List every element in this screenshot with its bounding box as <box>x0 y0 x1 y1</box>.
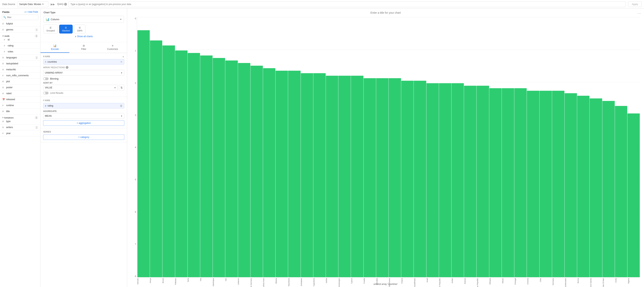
bar-3[interactable] <box>175 50 188 277</box>
bar-12[interactable] <box>288 71 300 277</box>
bar-37[interactable] <box>602 101 615 277</box>
x-axis-title: unwind array 'countries' <box>127 283 644 286</box>
field-item-id[interactable]: #id <box>0 38 40 42</box>
bar-36[interactable] <box>590 98 602 277</box>
bar-2[interactable] <box>162 46 175 277</box>
field-item-rated[interactable]: Arated <box>0 91 40 96</box>
bar-25[interactable] <box>452 83 464 277</box>
sort-direction-button[interactable]: ⇅ <box>119 85 124 90</box>
fields-search: 🔍 <box>2 15 38 20</box>
bar-8[interactable] <box>238 63 250 277</box>
limit-results-label: Limit Results <box>50 92 64 94</box>
bar-38[interactable] <box>615 106 627 277</box>
bar-24[interactable] <box>439 83 451 277</box>
bar-13[interactable] <box>301 73 313 277</box>
field-item-fullplot[interactable]: Afullplot <box>0 22 40 26</box>
y-axis-value-8: 8 <box>129 275 136 277</box>
bar-39[interactable] <box>628 114 640 277</box>
bar-14[interactable] <box>313 73 326 277</box>
add-aggregation-button[interactable]: + aggregation <box>43 120 124 126</box>
bar-5[interactable] <box>200 56 212 277</box>
chart-variant-grouped[interactable]: |||Grouped <box>44 25 58 34</box>
y-axis-delete-button[interactable]: 🗑 <box>120 104 122 107</box>
binning-toggle[interactable] <box>43 78 48 80</box>
array-reduction-select[interactable]: UNWIND ARRAY ▼ <box>43 70 124 76</box>
field-item-plot[interactable]: Aplot <box>0 79 40 84</box>
bar-20[interactable] <box>389 78 401 277</box>
field-item-title[interactable]: Atitle <box>0 109 40 114</box>
datasource-select[interactable]: Sample Data: Movies ▼ <box>18 1 48 7</box>
bar-32[interactable] <box>540 91 552 277</box>
bar-18[interactable] <box>364 78 376 277</box>
bar-15[interactable] <box>326 76 338 277</box>
array-reductions-info-icon[interactable]: i <box>66 66 68 69</box>
array-reduction-chevron-icon: ▼ <box>121 72 122 74</box>
field-item-rating[interactable]: #rating <box>0 44 40 48</box>
bar-35[interactable] <box>577 96 590 277</box>
y-axis-value-7: 7 <box>129 243 136 245</box>
fields-search-input[interactable] <box>2 15 38 20</box>
apply-button[interactable]: Apply <box>628 1 642 7</box>
show-all-charts-button[interactable]: ∨ Show all charts <box>44 34 124 39</box>
bars-container <box>137 17 640 277</box>
field-item-lastupdated[interactable]: Alastupdated <box>0 62 40 66</box>
bar-4[interactable] <box>188 53 200 277</box>
search-icon: 🔍 <box>3 16 6 19</box>
sort-by-select[interactable]: VALUE ▼ <box>43 85 118 90</box>
tab-customize[interactable]: ≡Customize <box>98 42 127 53</box>
bar-7[interactable] <box>225 60 238 277</box>
bar-31[interactable] <box>527 91 539 277</box>
chart-type-select[interactable]: 📊 Column ▼ <box>44 16 124 23</box>
bar-33[interactable] <box>552 91 564 277</box>
bar-21[interactable] <box>401 81 414 277</box>
bar-23[interactable] <box>426 83 439 277</box>
chart-menu-button[interactable]: ⋯ <box>638 11 641 16</box>
bar-0[interactable] <box>138 30 150 277</box>
chart-select-chevron-icon: ▼ <box>120 18 122 20</box>
bar-10[interactable] <box>263 68 275 277</box>
field-item-metacritic[interactable]: Ametacritic <box>0 68 40 72</box>
chart-variant-100pct[interactable]: |||100% <box>74 25 85 34</box>
query-info-icon[interactable]: i <box>64 3 67 6</box>
field-type-icon-num_mflix_comments: # <box>2 74 5 77</box>
bar-29[interactable] <box>502 88 514 277</box>
field-item-languages[interactable]: Alanguages[] <box>0 56 40 60</box>
chart-variant-stacked[interactable]: |||Stacked <box>59 25 73 34</box>
bar-17[interactable] <box>351 76 363 277</box>
field-item-writers[interactable]: Awriters[] <box>0 125 40 130</box>
bar-6[interactable] <box>213 58 225 277</box>
bar-30[interactable] <box>514 88 527 277</box>
field-item-runtime[interactable]: #runtime <box>0 103 40 108</box>
bar-26[interactable] <box>464 86 476 277</box>
tab-encode[interactable]: 📊Encode <box>40 42 69 53</box>
x-label-24: Czech Republic <box>439 278 451 287</box>
bar-34[interactable] <box>564 93 577 277</box>
chart-title-input[interactable] <box>369 11 402 14</box>
add-category-button[interactable]: + category <box>43 134 124 140</box>
chart-bars-area <box>137 17 640 277</box>
bar-28[interactable] <box>489 88 502 277</box>
bar-9[interactable] <box>250 66 263 277</box>
add-field-button[interactable]: + + Add Field <box>24 10 38 14</box>
bar-1[interactable] <box>150 40 162 277</box>
bar-22[interactable] <box>414 81 426 277</box>
bar-19[interactable] <box>376 78 388 277</box>
limit-results-toggle[interactable] <box>43 92 48 94</box>
bar-11[interactable] <box>276 71 288 277</box>
field-group-tomatoes[interactable]: > tomatoes{} <box>0 115 40 119</box>
x-axis-delete-button[interactable]: ✕ <box>120 60 122 63</box>
bar-27[interactable] <box>476 86 489 277</box>
x-axis-collapse-icon[interactable]: ▲ <box>122 55 124 58</box>
field-item-votes[interactable]: #votes <box>0 50 40 54</box>
field-item-genres[interactable]: Agenres[] <box>0 28 40 32</box>
bar-16[interactable] <box>338 76 351 277</box>
tab-filter[interactable]: ⊜Filter <box>69 42 98 53</box>
query-input[interactable] <box>68 1 626 7</box>
field-group-imdb[interactable]: ∨ imdb{} <box>0 34 40 38</box>
field-item-year[interactable]: #year <box>0 131 40 136</box>
field-item-released[interactable]: 📅released <box>0 97 40 102</box>
field-item-type[interactable]: Atype <box>0 119 40 124</box>
field-item-num_mflix_comments[interactable]: #num_mflix_comments <box>0 74 40 78</box>
aggregate-select[interactable]: MEAN ▼ <box>43 113 124 119</box>
field-item-poster[interactable]: Aposter <box>0 85 40 90</box>
